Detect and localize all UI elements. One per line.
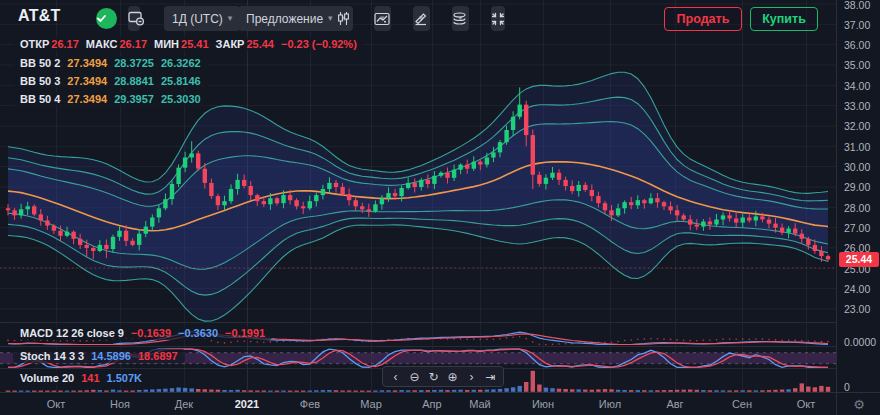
price-tick-label: 31.00 [844, 141, 870, 153]
candle-body [340, 187, 344, 194]
zoom-out-button[interactable]: ⊖ [406, 368, 423, 385]
candle-body [380, 198, 384, 204]
candle-body [458, 165, 462, 170]
candle-body [616, 208, 620, 215]
zoom-in-button[interactable]: ⊕ [444, 368, 461, 385]
candle-body [439, 173, 443, 176]
candle-body [649, 198, 653, 203]
candle-body [386, 193, 390, 198]
candle-body [6, 208, 10, 210]
pan-left-button[interactable]: ‹ [387, 368, 404, 385]
candle-body [288, 195, 292, 200]
volume-bar [537, 385, 541, 392]
snapshot-button[interactable] [128, 6, 140, 31]
candle-body [176, 168, 180, 184]
candle-body [524, 105, 528, 136]
candle-body [727, 215, 731, 218]
snapshot-icon [128, 11, 145, 26]
price-tick-label: 33.00 [844, 100, 870, 112]
time-tick-label: Май [460, 398, 500, 410]
bb-name: BB 50 3 [20, 75, 60, 87]
axis-settings-corner[interactable]: ⚙ [836, 393, 880, 415]
buy-button[interactable]: Купить [750, 7, 818, 31]
candle-body [642, 200, 646, 203]
candle-body [150, 218, 154, 227]
check-icon [96, 13, 107, 24]
time-tick-label: Окт [786, 398, 826, 410]
bb-legend-row: BB 50 327.349428.884125.8146 [13, 74, 208, 88]
candle-body [373, 204, 377, 211]
candle-body [583, 185, 587, 190]
candle-body [294, 200, 298, 206]
candle-body [399, 188, 403, 196]
candle-body [144, 227, 148, 234]
candle-body [563, 180, 567, 186]
candle-body [826, 256, 830, 259]
pane-separator[interactable] [0, 322, 836, 323]
candle-body [255, 195, 259, 201]
ohlc-value: 25.44 [246, 38, 274, 50]
candle-body [445, 173, 449, 178]
macd-row-value: −0.1991 [225, 327, 265, 339]
sell-button[interactable]: Продать [664, 7, 742, 31]
ohlc-value: 25.41 [181, 38, 209, 50]
candle-body [124, 231, 128, 241]
time-tick-label: Фев [290, 398, 330, 410]
collapse-button[interactable] [491, 6, 505, 31]
candle-body [216, 196, 220, 205]
time-tick-label: Июн [523, 398, 563, 410]
ohlc-item: ЗАКР25.44 [216, 38, 274, 50]
indicators-button[interactable]: ▾ [374, 6, 391, 31]
volume-bar [819, 386, 823, 392]
time-tick-label: 2021 [227, 398, 267, 410]
time-axis[interactable]: ОктНояДек2021ФевМарАпрМайИюнИюлАвгСенОкт [0, 393, 836, 415]
candle-body [327, 183, 331, 189]
price-tick-label: 27.00 [844, 222, 870, 234]
candle-body [603, 203, 607, 210]
candle-body [531, 135, 535, 175]
time-tick-label: Дек [164, 398, 204, 410]
bb-basis-value: 27.3494 [67, 75, 107, 87]
ohlc-legend: ОТКР26.17МАКС26.17МИН25.41ЗАКР25.44−0.23… [13, 37, 364, 51]
candle-body [511, 117, 515, 130]
price-tick-label: 23.00 [844, 303, 870, 315]
candle-body [544, 178, 548, 184]
time-tick-label: Апр [412, 398, 452, 410]
reset-zoom-button[interactable]: ↻ [425, 368, 442, 385]
bb-name: BB 50 2 [20, 57, 60, 69]
candle-body [668, 206, 672, 210]
candle-body [432, 176, 436, 184]
candle-body [308, 201, 312, 208]
bb-legend-row: BB 50 227.349428.372526.3262 [13, 56, 208, 70]
candle-body [714, 220, 718, 225]
ohlc-item: МИН25.41 [154, 38, 209, 50]
candle-body [557, 173, 561, 180]
price-source-button[interactable]: Предложение ▾ [238, 6, 341, 31]
chart-plot-area[interactable]: ОТКР26.17МАКС26.17МИН25.41ЗАКР25.44−0.23… [0, 0, 836, 392]
drawing-tools-button[interactable]: ▾ [413, 6, 430, 31]
go-to-end-button[interactable]: ⇥ [482, 368, 499, 385]
candle-body [85, 245, 89, 248]
candle-body [780, 228, 784, 233]
time-tick-label: Мар [351, 398, 391, 410]
price-axis[interactable]: 38.0037.0036.0035.0034.0033.0032.0031.00… [836, 0, 880, 393]
timeframe-button[interactable]: 1Д (UTC) ▾ [164, 6, 240, 31]
bb-lower-value: 25.3030 [161, 93, 201, 105]
candle-body [281, 195, 285, 203]
layers-button[interactable]: ▾ [452, 6, 469, 31]
price-tick-label: 32.00 [844, 120, 870, 132]
candle-body [39, 214, 43, 220]
pan-right-button[interactable]: › [463, 368, 480, 385]
candle-body [196, 153, 200, 168]
chart-type-button[interactable]: ▾ [336, 6, 353, 31]
candle-body [655, 198, 659, 202]
candle-body [786, 229, 790, 233]
chart-nav-toolbar: ‹⊖↻⊕›⇥ [382, 366, 504, 387]
volume-bar [531, 371, 535, 392]
collapse-icon [491, 12, 505, 26]
candle-body [800, 234, 804, 239]
pane-separator[interactable] [0, 346, 836, 347]
candle-body [734, 219, 738, 223]
candle-body [662, 202, 666, 206]
candle-body [570, 186, 574, 191]
